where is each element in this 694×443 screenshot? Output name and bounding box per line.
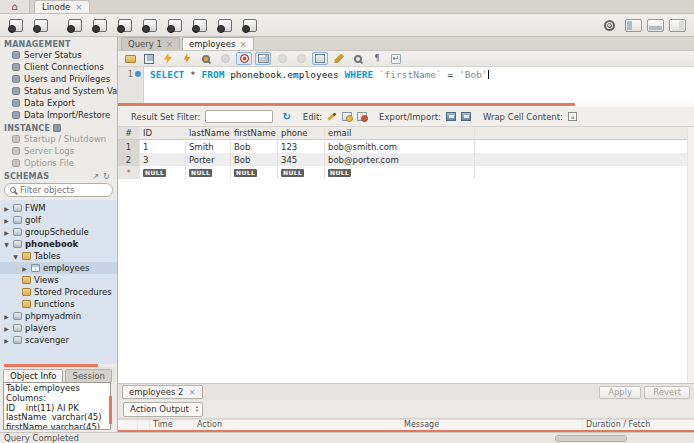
find-button[interactable] <box>350 52 366 65</box>
tree-node-phpmyadmin[interactable]: ▶phpmyadmin <box>0 310 117 322</box>
chevron-collapsed-icon[interactable]: ▶ <box>3 205 10 212</box>
cell-email[interactable]: bob@porter.com <box>325 153 475 166</box>
limit-rows-button[interactable] <box>255 52 271 65</box>
chevron-expanded-icon[interactable]: ▼ <box>3 241 10 248</box>
cell-phone[interactable]: 345 <box>278 153 325 166</box>
wrap-text-button[interactable]: ↵ <box>388 52 404 65</box>
revert-button[interactable]: Revert <box>644 386 690 399</box>
chevron-collapsed-icon[interactable]: ▶ <box>3 313 10 320</box>
column-header-id[interactable]: ID <box>140 127 186 140</box>
create-function-button[interactable] <box>165 17 185 34</box>
import-icon[interactable] <box>461 112 471 121</box>
close-icon[interactable]: × <box>239 40 246 49</box>
schema-filter-input[interactable] <box>20 185 107 195</box>
stop-on-error-button[interactable] <box>236 52 252 65</box>
tree-node-scavenger[interactable]: ▶scavenger <box>0 334 117 346</box>
cell-null[interactable]: NULL <box>140 166 186 179</box>
cell-null[interactable]: NULL <box>325 166 475 179</box>
close-icon[interactable]: × <box>166 40 173 49</box>
sidebar-item-startup-shutdown[interactable]: Startup / Shutdown <box>0 133 117 145</box>
tree-node-tables[interactable]: ▼Tables <box>0 250 117 262</box>
new-query-tab-button[interactable] <box>6 17 26 34</box>
sidebar-item-server-logs[interactable]: Server Logs <box>0 145 117 157</box>
instance-config-icon[interactable] <box>53 124 61 132</box>
search-table-data-button[interactable] <box>190 17 210 34</box>
chevron-collapsed-icon[interactable]: ▶ <box>3 217 10 224</box>
insert-row[interactable]: *NULLNULLNULLNULLNULL <box>118 166 694 179</box>
cell-null[interactable]: NULL <box>186 166 231 179</box>
column-header-lastname[interactable]: lastName <box>186 127 231 140</box>
cell-id[interactable]: 1 <box>140 140 186 153</box>
expand-panel-icon[interactable]: ↗ <box>92 172 99 181</box>
editor-tab-query-1[interactable]: Query 1× <box>121 37 180 50</box>
apply-button[interactable]: Apply <box>599 386 641 399</box>
sql-code[interactable]: SELECT * FROM phonebook.employees WHERE … <box>144 67 489 103</box>
wrap-cell-icon[interactable]: a <box>568 112 577 121</box>
chevron-collapsed-icon[interactable]: ▶ <box>3 337 10 344</box>
sidebar-item-status-and-system-variables[interactable]: Status and System Variables <box>0 85 117 97</box>
column-header-phone[interactable]: phone <box>278 127 325 140</box>
tree-node-phonebook[interactable]: ▼phonebook <box>0 238 117 250</box>
column-header-email[interactable]: email <box>325 127 475 140</box>
tree-node-groupschedule[interactable]: ▶groupSchedule <box>0 226 117 238</box>
invisibles-button[interactable]: ¶ <box>369 52 385 65</box>
manage-server-button[interactable] <box>240 17 260 34</box>
delete-row-icon[interactable] <box>357 112 367 121</box>
create-table-button[interactable] <box>90 17 110 34</box>
create-schema-button[interactable] <box>65 17 85 34</box>
cell-email[interactable]: bob@smith.com <box>325 140 475 153</box>
sql-editor[interactable]: 1 SELECT * FROM phonebook.employees WHER… <box>118 67 694 103</box>
refresh-schemas-icon[interactable]: ↻ <box>103 172 110 181</box>
open-sql-script-button[interactable] <box>31 17 51 34</box>
close-icon[interactable]: × <box>189 388 196 397</box>
tree-node-functions[interactable]: Functions <box>0 298 117 310</box>
cell-firstname[interactable]: Bob <box>231 153 278 166</box>
grid-vertical-scrollbar[interactable] <box>687 127 694 383</box>
tree-node-players[interactable]: ▶players <box>0 322 117 334</box>
tree-node-employees[interactable]: ▶employees <box>0 262 117 274</box>
cell-null[interactable]: NULL <box>231 166 278 179</box>
sidebar-item-options-file[interactable]: Options File <box>0 157 117 169</box>
chevron-collapsed-icon[interactable]: ▶ <box>3 325 10 332</box>
tab-session[interactable]: Session <box>65 369 111 382</box>
toggle-right-panel-button[interactable] <box>669 19 686 32</box>
cell-id[interactable]: 3 <box>140 153 186 166</box>
column-header-firstname[interactable]: firstName <box>231 127 278 140</box>
column-header-rownum[interactable]: # <box>118 127 140 140</box>
result-set-filter-input[interactable] <box>205 110 273 123</box>
open-script-button[interactable] <box>122 52 138 65</box>
horizontal-scrollbar-thumb[interactable] <box>555 435 627 442</box>
toggle-left-panel-button[interactable] <box>625 19 642 32</box>
cell-lastname[interactable]: Smith <box>186 140 231 153</box>
tree-node-golf[interactable]: ▶golf <box>0 214 117 226</box>
create-procedure-button[interactable] <box>140 17 160 34</box>
action-output-selector[interactable]: Action Output ▴▾ <box>123 402 203 417</box>
cell-null[interactable]: NULL <box>278 166 325 179</box>
insert-row-icon[interactable] <box>342 112 352 121</box>
execute-current-button[interactable] <box>179 52 195 65</box>
tree-node-fwm[interactable]: ▶FWM <box>0 202 117 214</box>
close-icon[interactable]: × <box>75 3 82 12</box>
create-view-button[interactable] <box>115 17 135 34</box>
save-script-button[interactable] <box>141 52 157 65</box>
result-tab-employees-2[interactable]: employees 2 × <box>122 385 203 399</box>
connection-tab-linode[interactable]: Linode × <box>34 0 90 13</box>
cell-phone[interactable]: 123 <box>278 140 325 153</box>
table-row[interactable]: 11SmithBob123bob@smith.com <box>118 140 694 153</box>
toggle-bottom-panel-button[interactable] <box>647 19 664 32</box>
sidebar-item-data-import-restore[interactable]: Data Import/Restore <box>0 109 117 121</box>
beautify-button[interactable] <box>331 52 347 65</box>
preferences-icon[interactable] <box>604 20 615 31</box>
sidebar-item-users-and-privileges[interactable]: Users and Privileges <box>0 73 117 85</box>
bottom-panel-splitter-highlight[interactable] <box>109 396 112 424</box>
sidebar-item-data-export[interactable]: Data Export <box>0 97 117 109</box>
sidebar-item-client-connections[interactable]: Client Connections <box>0 61 117 73</box>
tab-object-info[interactable]: Object Info <box>3 369 63 382</box>
chevron-expanded-icon[interactable]: ▼ <box>12 253 19 260</box>
home-tab[interactable]: ⌂ <box>0 0 30 13</box>
cell-lastname[interactable]: Porter <box>186 153 231 166</box>
execute-button[interactable] <box>160 52 176 65</box>
chevron-collapsed-icon[interactable]: ▶ <box>3 229 10 236</box>
autocommit-button[interactable] <box>312 52 328 65</box>
cell-firstname[interactable]: Bob <box>231 140 278 153</box>
